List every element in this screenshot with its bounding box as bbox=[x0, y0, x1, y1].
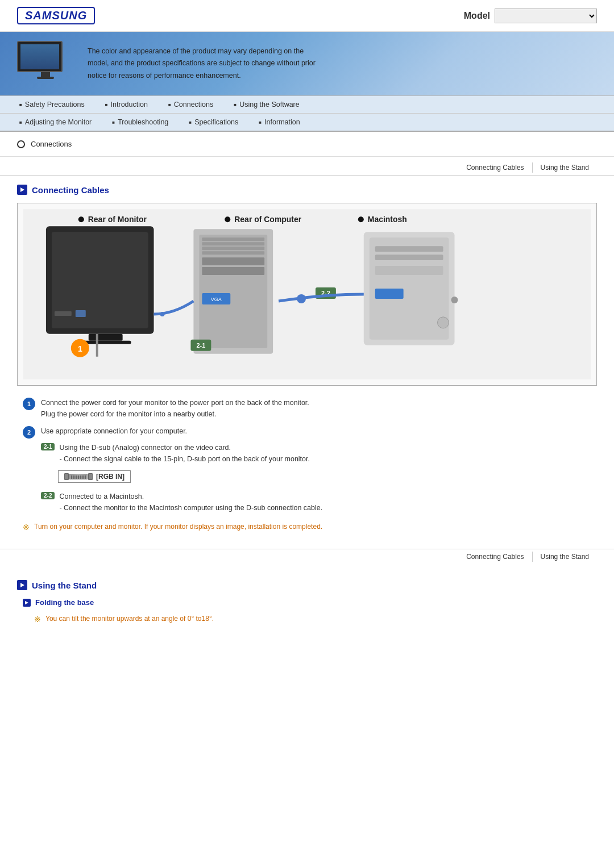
model-area: Model bbox=[464, 9, 597, 23]
nav-item-safety[interactable]: ■Safety Precautions bbox=[9, 99, 95, 110]
bottom-nav-stand[interactable]: Using the Stand bbox=[533, 552, 597, 562]
nav-row1: ■Safety Precautions ■Introduction ■Conne… bbox=[0, 95, 614, 114]
svg-rect-19 bbox=[202, 247, 264, 250]
svg-rect-22 bbox=[202, 267, 264, 275]
section2-title-text: Using the Stand bbox=[32, 581, 97, 590]
banner-text: The color and appearance of the product … bbox=[88, 45, 326, 82]
svg-point-28 bbox=[358, 216, 364, 222]
svg-text:Rear of Monitor: Rear of Monitor bbox=[88, 215, 147, 224]
svg-rect-18 bbox=[202, 242, 264, 245]
svg-rect-31 bbox=[370, 237, 449, 340]
svg-rect-21 bbox=[202, 257, 264, 265]
svg-point-40 bbox=[297, 294, 306, 303]
section2-icon bbox=[17, 580, 27, 590]
section1-note: ※ Turn on your computer and monitor. If … bbox=[17, 519, 597, 535]
instruction-1-text: Connect the power cord for your monitor … bbox=[41, 397, 309, 420]
svg-text:2-1: 2-1 bbox=[196, 342, 205, 349]
svg-text:Macintosh: Macintosh bbox=[368, 215, 407, 224]
nav-item-intro[interactable]: ■Introduction bbox=[95, 99, 158, 110]
bottom-nav-connecting[interactable]: Connecting Cables bbox=[458, 552, 532, 562]
banner-monitor-image bbox=[17, 41, 74, 86]
section-using-stand: Using the Stand Folding the base ※ You c… bbox=[0, 571, 614, 643]
svg-point-2 bbox=[78, 216, 84, 222]
rgb-in-label: [RGB IN] bbox=[96, 473, 125, 481]
page-nav-using-stand-top[interactable]: Using the Stand bbox=[533, 162, 597, 173]
sub-section-folding: Folding the base ※ You can tilt the moni… bbox=[23, 598, 597, 626]
nav-item-software[interactable]: ■Using the Software bbox=[223, 99, 309, 110]
note-text: Turn on your computer and monitor. If yo… bbox=[34, 523, 322, 531]
banner: The color and appearance of the product … bbox=[0, 32, 614, 95]
section1-title-row: Connecting Cables bbox=[17, 185, 597, 195]
instruction-2-1-text: Using the D-sub (Analog) connector on th… bbox=[59, 442, 310, 465]
model-select[interactable] bbox=[495, 9, 597, 23]
svg-marker-42 bbox=[25, 601, 28, 604]
nav-row2: ■Adjusting the Monitor ■Troubleshooting … bbox=[0, 114, 614, 132]
section1-title-text: Connecting Cables bbox=[32, 185, 109, 195]
svg-rect-32 bbox=[375, 246, 443, 252]
section2-note-text: You can tilt the monitor upwards at an a… bbox=[45, 615, 214, 623]
section2-note-icon: ※ bbox=[34, 615, 41, 624]
section2-note: ※ You can tilt the monitor upwards at an… bbox=[28, 612, 597, 626]
header: SAMSUNG Model bbox=[0, 0, 614, 32]
instruction-1: 1 Connect the power cord for your monito… bbox=[17, 397, 597, 420]
svg-rect-33 bbox=[375, 254, 443, 260]
diagram-svg: Rear of Monitor 1 Rear of Computer bbox=[23, 209, 591, 379]
svg-text:1: 1 bbox=[78, 344, 82, 353]
section1-icon bbox=[17, 185, 27, 195]
badge-2-2: 2-2 bbox=[41, 492, 55, 499]
nav-item-connections[interactable]: ■Connections bbox=[158, 99, 223, 110]
breadcrumb: Connections bbox=[0, 132, 614, 157]
page-nav-top: Connecting Cables Using the Stand bbox=[0, 157, 614, 176]
instruction-2-text: Use appropriate connection for your comp… bbox=[41, 425, 187, 437]
sub-section-title-text: Folding the base bbox=[35, 598, 94, 607]
nav-item-adjusting[interactable]: ■Adjusting the Monitor bbox=[9, 116, 102, 128]
diagram-box: Rear of Monitor 1 Rear of Computer bbox=[17, 203, 597, 386]
instruction-num-2: 2 bbox=[23, 426, 35, 439]
model-label: Model bbox=[464, 11, 490, 21]
section2-title-row: Using the Stand bbox=[17, 580, 597, 590]
svg-text:VGA: VGA bbox=[211, 297, 222, 302]
breadcrumb-circle bbox=[17, 140, 25, 148]
svg-rect-17 bbox=[202, 237, 264, 241]
bottom-page-nav: Connecting Cables Using the Stand bbox=[0, 549, 614, 571]
svg-point-13 bbox=[225, 216, 230, 222]
sub-section-title-row: Folding the base bbox=[23, 598, 597, 607]
svg-point-36 bbox=[438, 317, 449, 328]
svg-point-37 bbox=[451, 297, 458, 303]
nav-item-specifications[interactable]: ■Specifications bbox=[179, 116, 248, 128]
nav-item-information[interactable]: ■Information bbox=[248, 116, 310, 128]
svg-text:Rear of Computer: Rear of Computer bbox=[234, 215, 302, 224]
samsung-logo: SAMSUNG bbox=[17, 7, 95, 24]
svg-rect-6 bbox=[89, 334, 123, 341]
rgb-connector-icon bbox=[64, 473, 93, 480]
page-nav-connecting-cables-top[interactable]: Connecting Cables bbox=[458, 162, 532, 173]
svg-point-27 bbox=[160, 312, 165, 316]
section-connecting-cables: Connecting Cables Rear of Monitor 1 bbox=[0, 176, 614, 549]
svg-marker-0 bbox=[20, 187, 24, 192]
instruction-num-1: 1 bbox=[23, 398, 35, 410]
svg-rect-34 bbox=[375, 266, 443, 275]
sub-section-icon bbox=[23, 599, 31, 607]
instruction-2: 2 Use appropriate connection for your co… bbox=[17, 425, 597, 439]
breadcrumb-text: Connections bbox=[31, 140, 72, 148]
badge-2-1: 2-1 bbox=[41, 443, 55, 450]
svg-rect-20 bbox=[202, 251, 264, 254]
instruction-2-1: 2-1 Using the D-sub (Analog) connector o… bbox=[41, 442, 597, 486]
rgb-in-box: [RGB IN] bbox=[58, 470, 131, 483]
svg-marker-41 bbox=[20, 583, 24, 587]
note-icon: ※ bbox=[23, 523, 30, 532]
svg-rect-9 bbox=[76, 310, 86, 317]
instruction-2-2: 2-2 Connected to a Macintosh. - Connect … bbox=[41, 491, 597, 514]
svg-rect-35 bbox=[375, 289, 404, 299]
nav-item-troubleshooting[interactable]: ■Troubleshooting bbox=[102, 116, 179, 128]
instructions-area: 1 Connect the power cord for your monito… bbox=[17, 397, 597, 535]
svg-rect-8 bbox=[55, 311, 72, 316]
